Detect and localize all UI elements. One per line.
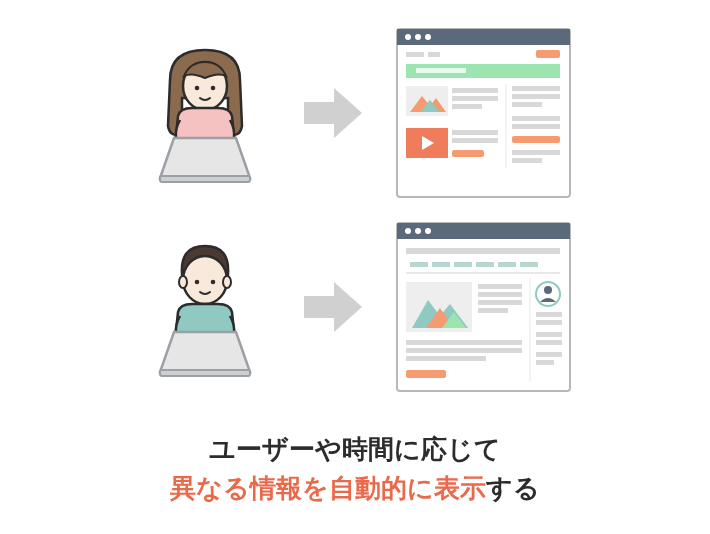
svg-rect-72 xyxy=(536,312,562,317)
svg-rect-54 xyxy=(498,262,516,267)
svg-rect-56 xyxy=(406,272,560,274)
svg-rect-66 xyxy=(406,348,522,353)
svg-point-10 xyxy=(425,34,431,40)
svg-rect-43 xyxy=(160,370,250,376)
svg-rect-50 xyxy=(410,262,428,267)
caption-rest: する xyxy=(486,473,540,503)
svg-rect-27 xyxy=(512,136,560,143)
svg-rect-28 xyxy=(512,150,560,155)
arrow-right-icon xyxy=(298,272,368,342)
svg-rect-61 xyxy=(478,284,522,289)
svg-rect-63 xyxy=(478,300,522,305)
svg-point-37 xyxy=(179,276,187,288)
svg-rect-53 xyxy=(476,262,494,267)
svg-rect-22 xyxy=(512,86,560,91)
svg-rect-64 xyxy=(478,308,508,313)
svg-point-36 xyxy=(183,256,227,304)
diagram-row-1 xyxy=(140,28,571,198)
svg-point-1 xyxy=(194,86,199,91)
svg-rect-75 xyxy=(536,340,562,345)
svg-rect-67 xyxy=(406,356,486,361)
svg-rect-76 xyxy=(536,352,562,357)
svg-point-71 xyxy=(544,286,552,294)
svg-point-46 xyxy=(405,228,411,234)
svg-point-8 xyxy=(405,34,411,40)
svg-rect-20 xyxy=(452,96,498,101)
svg-rect-29 xyxy=(512,158,542,163)
svg-rect-11 xyxy=(406,52,424,57)
svg-rect-15 xyxy=(416,68,466,73)
svg-rect-26 xyxy=(512,124,560,129)
svg-rect-32 xyxy=(452,130,498,135)
svg-point-38 xyxy=(223,276,231,288)
caption-accent: 異なる情報を自動的に表示 xyxy=(170,473,486,503)
svg-rect-23 xyxy=(512,94,560,99)
svg-rect-12 xyxy=(428,52,440,57)
browser-mock-a xyxy=(396,28,571,198)
svg-point-47 xyxy=(415,228,421,234)
svg-point-9 xyxy=(415,34,421,40)
svg-point-48 xyxy=(425,228,431,234)
svg-rect-19 xyxy=(452,88,498,93)
svg-rect-13 xyxy=(536,50,560,58)
browser-mock-b xyxy=(396,222,571,392)
diagram-caption: ユーザーや時間に応じて 異なる情報を自動的に表示する xyxy=(170,430,540,508)
svg-point-39 xyxy=(194,280,199,285)
svg-rect-33 xyxy=(452,138,498,143)
svg-rect-49 xyxy=(406,248,560,254)
svg-rect-52 xyxy=(454,262,472,267)
svg-rect-68 xyxy=(406,370,446,378)
arrow-right-icon xyxy=(298,78,368,148)
svg-rect-55 xyxy=(520,262,538,267)
svg-point-40 xyxy=(210,280,215,285)
person-man-laptop xyxy=(140,232,270,382)
svg-point-2 xyxy=(210,86,215,91)
svg-rect-65 xyxy=(406,340,522,345)
svg-rect-62 xyxy=(478,292,522,297)
svg-rect-77 xyxy=(536,360,554,365)
svg-rect-73 xyxy=(536,320,562,325)
svg-rect-7 xyxy=(397,29,570,45)
svg-rect-51 xyxy=(432,262,450,267)
svg-rect-24 xyxy=(512,102,542,107)
svg-rect-74 xyxy=(536,332,562,337)
svg-rect-5 xyxy=(160,176,250,182)
person-woman-laptop xyxy=(140,38,270,188)
caption-line-2: 異なる情報を自動的に表示する xyxy=(170,469,540,508)
svg-rect-45 xyxy=(397,223,570,239)
svg-rect-25 xyxy=(512,116,560,121)
diagram-row-2 xyxy=(140,222,571,392)
caption-line-1: ユーザーや時間に応じて xyxy=(170,430,540,469)
svg-rect-34 xyxy=(452,150,484,157)
svg-rect-21 xyxy=(452,104,482,109)
